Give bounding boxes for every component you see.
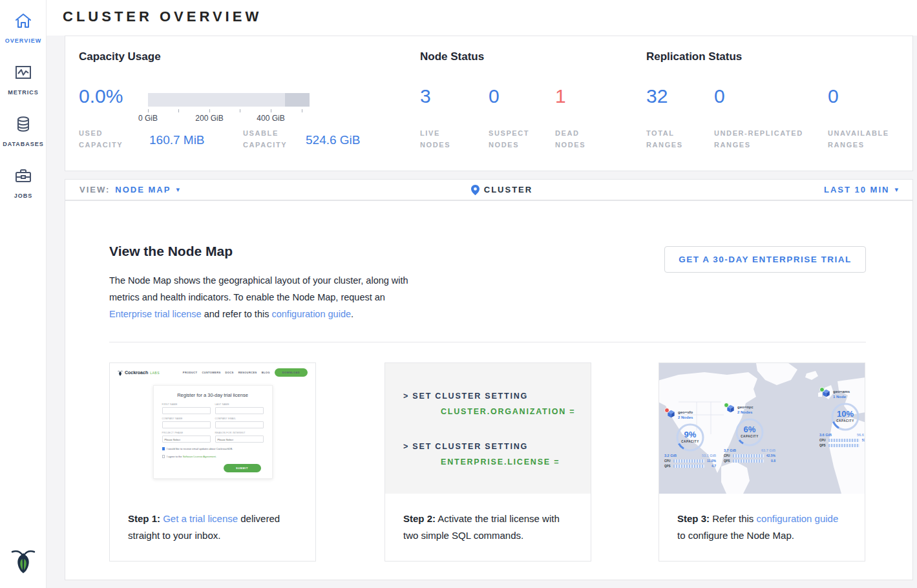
capacity-gauge: 9% CAPACITY (675, 422, 706, 453)
section-divider (109, 342, 866, 342)
sql-arg-1: CLUSTER.ORGANIZATION = (441, 407, 575, 416)
mini-license-agreement-link: Software License Agreement. (183, 455, 216, 458)
under-replicated-ranges-label: UNDER-REPLICATEDRANGES (714, 127, 803, 151)
cpu-bar (733, 454, 764, 457)
node-status-dot-dead (664, 408, 669, 413)
step3-node-map-preview: geo=sfo 2 Nodes 9% CAPACITY 3.2 GiB53.1 … (659, 363, 865, 494)
axis-tick (209, 109, 210, 112)
node-map-badge-ams: geo=ams 1 Node 10% CAPACITY 3.6 GiB56.6 … (819, 389, 865, 447)
configuration-guide-link[interactable]: configuration guide (271, 309, 351, 319)
home-icon (14, 12, 32, 30)
sidebar-item-overview[interactable]: OVERVIEW (0, 12, 47, 45)
axis-tick-label: 400 GiB (257, 114, 284, 123)
location-pin-icon (471, 185, 480, 195)
axis-tick (240, 109, 240, 112)
capacity-used-percent: 0.0% (79, 85, 123, 107)
locality-node-count: 2 Nodes (737, 410, 754, 415)
locality-name: geo=ams (833, 389, 850, 394)
step2-sql-snippet: > SET CLUSTER SETTING CLUSTER.ORGANIZATI… (385, 363, 591, 494)
node-map-badge-nyc: geo=nyc 2 Nodes 6% CAPACITY 3.7 GiB63.7 … (724, 404, 775, 463)
sql-command-2: > SET CLUSTER SETTING (403, 442, 528, 451)
used-capacity-value: 160.7 MiB (149, 133, 205, 147)
view-bar: VIEW: NODE MAP ▾ CLUSTER LAST 10 MIN ▾ (65, 179, 913, 200)
sidebar-item-metrics[interactable]: METRICS (0, 63, 47, 97)
usable-capacity-label: USABLECAPACITY (243, 127, 287, 151)
mini-select-project-phase: Please Select (162, 436, 211, 443)
configuration-guide-link-2[interactable]: configuration guide (757, 513, 839, 524)
step1-caption: Step 1: Get a trial license delivered st… (110, 494, 315, 544)
replication-status-title: Replication Status (646, 50, 742, 63)
mini-nav-resources: RESOURCES (238, 371, 257, 374)
step2-card: > SET CLUSTER SETTING CLUSTER.ORGANIZATI… (385, 362, 591, 562)
node-status-title: Node Status (420, 50, 484, 63)
capacity-bar-reserved-segment (285, 93, 310, 107)
time-range-dropdown[interactable]: LAST 10 MIN (824, 185, 889, 194)
suspect-nodes-label: SUSPECTNODES (489, 127, 529, 151)
mini-nav-product: PRODUCT (183, 371, 198, 374)
node-map-placeholder-panel: View the Node Map The Node Map shows the… (65, 200, 913, 580)
mini-select-reason: Please Select (215, 436, 264, 443)
mini-submit-button: SUBMIT (224, 464, 261, 472)
axis-tick (148, 109, 149, 112)
sidebar-item-label: DATABASES (3, 141, 44, 147)
locality-node-count: 2 Nodes (678, 415, 693, 420)
breadcrumb-cluster: CLUSTER (484, 185, 532, 194)
node-map-badge-sfo: geo=sfo 2 Nodes 9% CAPACITY 3.2 GiB53.1 … (664, 410, 716, 468)
cluster-summary-panel: Capacity Usage 0.0% 0 GiB 200 GiB 400 Gi… (65, 36, 913, 171)
qps-bar (828, 444, 859, 447)
sql-command-1: > SET CLUSTER SETTING (403, 392, 528, 401)
enterprise-trial-license-link[interactable]: Enterprise trial license (109, 309, 202, 319)
used-capacity-label: USEDCAPACITY (79, 127, 123, 151)
capacity-usage-title: Capacity Usage (79, 50, 161, 63)
capacity-gauge: 10% CAPACITY (830, 401, 861, 432)
cpu-bar (673, 459, 704, 463)
sidebar-item-jobs[interactable]: JOBS (0, 167, 47, 200)
chevron-down-icon[interactable]: ▾ (894, 185, 898, 194)
get-trial-license-link[interactable]: Get a trial license (163, 513, 238, 524)
node-map-heading: View the Node Map (109, 244, 233, 259)
metrics-icon (14, 63, 32, 81)
qps-bar (733, 459, 764, 463)
cockroachdb-logo (0, 545, 47, 576)
axis-tick (271, 109, 271, 112)
step1-screenshot: Cockroach LABS PRODUCT CUSTOMERS DOCS RE… (110, 363, 315, 494)
mini-nav-blog: BLOG (262, 371, 270, 374)
mini-nav-customers: CUSTOMERS (202, 371, 220, 374)
mini-nav-docs: DOCS (226, 371, 234, 374)
locality-node-count: 1 Node (833, 394, 850, 399)
node-status-dot-live (819, 387, 825, 392)
view-selector-dropdown[interactable]: NODE MAP (115, 185, 171, 194)
axis-tick (178, 109, 179, 112)
dead-nodes-count: 1 (555, 85, 566, 107)
mini-cockroach-logo: Cockroach LABS (118, 370, 160, 376)
locality-name: geo=sfo (678, 410, 693, 415)
sidebar-item-label: JOBS (14, 193, 33, 199)
mini-download-button: DOWNLOAD (275, 368, 308, 377)
qps-bar (673, 465, 704, 468)
mini-input-first-name (162, 407, 211, 414)
node-map-description: The Node Map shows the geographical layo… (109, 272, 413, 322)
locality-name: geo=nyc (737, 404, 754, 410)
total-ranges-label: TOTALRANGES (646, 127, 683, 151)
axis-tick (302, 109, 302, 112)
node-status-dot-live (724, 403, 729, 408)
suspect-nodes-count: 0 (489, 85, 500, 107)
mini-trial-form: Register for a 30-day trial license FIRS… (153, 385, 273, 479)
mini-form-title: Register for a 30-day trial license (162, 392, 264, 398)
sidebar-item-label: OVERVIEW (5, 37, 41, 44)
page-title: CLUSTER OVERVIEW (63, 8, 262, 25)
view-label: VIEW: (79, 185, 110, 194)
axis-tick-label: 200 GiB (195, 114, 223, 123)
dead-nodes-label: DEADNODES (555, 127, 585, 151)
total-ranges-count: 32 (646, 85, 668, 107)
databases-icon (14, 115, 32, 133)
under-replicated-ranges-count: 0 (714, 85, 725, 107)
unavailable-ranges-count: 0 (828, 85, 839, 107)
axis-tick-label: 0 GiB (138, 114, 158, 123)
step1-card: Cockroach LABS PRODUCT CUSTOMERS DOCS RE… (109, 362, 316, 562)
sidebar-item-databases[interactable]: DATABASES (0, 115, 47, 149)
cpu-bar (828, 439, 859, 442)
mini-input-last-name (215, 407, 264, 414)
enterprise-trial-button[interactable]: GET A 30-DAY ENTERPRISE TRIAL (664, 246, 866, 273)
jobs-icon (14, 167, 32, 185)
